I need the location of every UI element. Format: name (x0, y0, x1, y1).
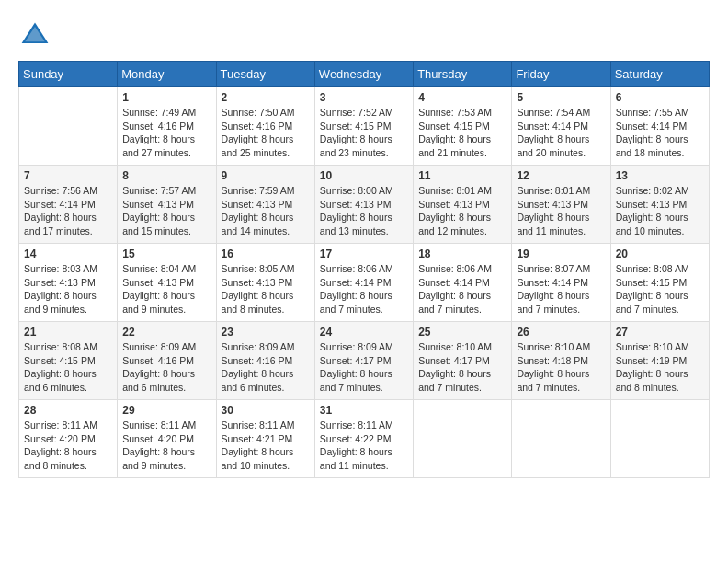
calendar-cell: 7Sunrise: 7:56 AMSunset: 4:14 PMDaylight… (19, 166, 118, 244)
day-info: Sunrise: 7:54 AMSunset: 4:14 PMDaylight:… (517, 106, 605, 160)
daylight-label: Daylight: 8 hours and 23 minutes. (320, 133, 392, 158)
day-info: Sunrise: 7:57 AMSunset: 4:13 PMDaylight:… (122, 184, 210, 238)
daylight-label: Daylight: 8 hours and 9 minutes. (122, 290, 195, 315)
sunrise-label: Sunrise: 8:06 AM (320, 263, 393, 274)
sunrise-label: Sunrise: 7:59 AM (222, 185, 295, 196)
day-number: 1 (122, 91, 210, 104)
day-number: 26 (517, 326, 605, 339)
sunset-label: Sunset: 4:13 PM (222, 277, 293, 288)
sunrise-label: Sunrise: 8:06 AM (418, 263, 492, 274)
day-info: Sunrise: 8:08 AMSunset: 4:15 PMDaylight:… (616, 262, 704, 316)
day-number: 30 (222, 404, 310, 417)
daylight-label: Daylight: 8 hours and 17 minutes. (24, 212, 97, 236)
sunset-label: Sunset: 4:22 PM (320, 433, 392, 444)
day-info: Sunrise: 8:09 AMSunset: 4:16 PMDaylight:… (122, 340, 210, 395)
calendar-week-row: 14Sunrise: 8:03 AMSunset: 4:13 PMDayligh… (19, 244, 710, 322)
day-number: 10 (320, 169, 408, 182)
day-number: 19 (517, 247, 605, 260)
day-number: 11 (418, 169, 506, 182)
sunset-label: Sunset: 4:15 PM (320, 121, 392, 132)
calendar-cell: 20Sunrise: 8:08 AMSunset: 4:15 PMDayligh… (610, 244, 709, 322)
day-info: Sunrise: 8:02 AMSunset: 4:13 PMDaylight:… (616, 184, 704, 238)
daylight-label: Daylight: 8 hours and 11 minutes. (517, 212, 589, 236)
sunrise-label: Sunrise: 8:11 AM (222, 419, 295, 431)
day-info: Sunrise: 8:10 AMSunset: 4:18 PMDaylight:… (517, 340, 605, 395)
sunset-label: Sunset: 4:13 PM (24, 277, 96, 288)
day-info: Sunrise: 7:53 AMSunset: 4:15 PMDaylight:… (418, 106, 506, 160)
sunset-label: Sunset: 4:16 PM (122, 355, 194, 366)
logo (18, 18, 55, 52)
day-info: Sunrise: 8:11 AMSunset: 4:21 PMDaylight:… (222, 419, 310, 473)
sunrise-label: Sunrise: 8:11 AM (320, 419, 393, 431)
sunrise-label: Sunrise: 8:10 AM (616, 341, 689, 352)
daylight-label: Daylight: 8 hours and 7 minutes. (418, 290, 491, 315)
daylight-label: Daylight: 8 hours and 7 minutes. (320, 368, 392, 393)
calendar-cell: 6Sunrise: 7:55 AMSunset: 4:14 PMDaylight… (610, 87, 709, 166)
sunrise-label: Sunrise: 8:09 AM (222, 341, 295, 352)
sunrise-label: Sunrise: 8:10 AM (418, 341, 492, 352)
sunset-label: Sunset: 4:16 PM (222, 355, 293, 366)
sunset-label: Sunset: 4:13 PM (122, 199, 194, 210)
sunrise-label: Sunrise: 8:09 AM (122, 341, 196, 352)
sunset-label: Sunset: 4:15 PM (24, 355, 96, 366)
calendar-cell: 30Sunrise: 8:11 AMSunset: 4:21 PMDayligh… (216, 400, 314, 478)
calendar-week-row: 21Sunrise: 8:08 AMSunset: 4:15 PMDayligh… (19, 322, 710, 400)
day-number: 17 (320, 247, 408, 260)
day-info: Sunrise: 7:56 AMSunset: 4:14 PMDaylight:… (24, 184, 112, 238)
daylight-label: Daylight: 8 hours and 20 minutes. (517, 133, 589, 158)
day-info: Sunrise: 8:10 AMSunset: 4:17 PMDaylight:… (418, 340, 506, 395)
calendar-cell: 27Sunrise: 8:10 AMSunset: 4:19 PMDayligh… (610, 322, 709, 400)
sunrise-label: Sunrise: 8:11 AM (122, 419, 196, 431)
calendar-cell: 12Sunrise: 8:01 AMSunset: 4:13 PMDayligh… (512, 166, 610, 244)
calendar-header-row: SundayMondayTuesdayWednesdayThursdayFrid… (19, 62, 710, 87)
sunset-label: Sunset: 4:13 PM (418, 199, 490, 210)
daylight-label: Daylight: 8 hours and 21 minutes. (418, 133, 491, 158)
sunrise-label: Sunrise: 7:49 AM (122, 107, 196, 118)
daylight-label: Daylight: 8 hours and 9 minutes. (24, 290, 97, 315)
daylight-label: Daylight: 8 hours and 6 minutes. (122, 368, 195, 393)
day-number: 27 (616, 326, 704, 339)
daylight-label: Daylight: 8 hours and 7 minutes. (320, 290, 392, 315)
calendar-cell: 31Sunrise: 8:11 AMSunset: 4:22 PMDayligh… (314, 400, 413, 478)
day-info: Sunrise: 8:09 AMSunset: 4:17 PMDaylight:… (320, 340, 408, 395)
daylight-label: Daylight: 8 hours and 9 minutes. (122, 446, 195, 471)
calendar-cell: 15Sunrise: 8:04 AMSunset: 4:13 PMDayligh… (118, 244, 216, 322)
sunrise-label: Sunrise: 8:11 AM (24, 419, 97, 431)
calendar-cell: 1Sunrise: 7:49 AMSunset: 4:16 PMDaylight… (118, 87, 216, 166)
calendar-cell: 4Sunrise: 7:53 AMSunset: 4:15 PMDaylight… (414, 87, 512, 166)
day-number: 12 (517, 169, 605, 182)
sunset-label: Sunset: 4:21 PM (222, 433, 293, 444)
calendar-cell: 22Sunrise: 8:09 AMSunset: 4:16 PMDayligh… (118, 322, 216, 400)
sunset-label: Sunset: 4:13 PM (517, 199, 588, 210)
calendar-cell: 3Sunrise: 7:52 AMSunset: 4:15 PMDaylight… (314, 87, 413, 166)
sunset-label: Sunset: 4:14 PM (418, 277, 490, 288)
day-info: Sunrise: 8:07 AMSunset: 4:14 PMDaylight:… (517, 262, 605, 316)
day-number: 18 (418, 247, 506, 260)
day-info: Sunrise: 8:11 AMSunset: 4:20 PMDaylight:… (122, 419, 210, 473)
sunrise-label: Sunrise: 8:09 AM (320, 341, 393, 352)
daylight-label: Daylight: 8 hours and 27 minutes. (122, 133, 195, 158)
daylight-label: Daylight: 8 hours and 7 minutes. (517, 290, 589, 315)
day-number: 20 (616, 247, 704, 260)
day-number: 15 (122, 247, 210, 260)
day-info: Sunrise: 8:06 AMSunset: 4:14 PMDaylight:… (320, 262, 408, 316)
day-info: Sunrise: 8:04 AMSunset: 4:13 PMDaylight:… (122, 262, 210, 316)
daylight-label: Daylight: 8 hours and 18 minutes. (616, 133, 688, 158)
day-number: 21 (24, 326, 112, 339)
calendar-cell: 17Sunrise: 8:06 AMSunset: 4:14 PMDayligh… (314, 244, 413, 322)
weekday-header-wednesday: Wednesday (314, 62, 413, 87)
calendar-week-row: 7Sunrise: 7:56 AMSunset: 4:14 PMDaylight… (19, 166, 710, 244)
calendar-cell (414, 400, 512, 478)
day-info: Sunrise: 8:00 AMSunset: 4:13 PMDaylight:… (320, 184, 408, 238)
sunrise-label: Sunrise: 8:02 AM (616, 185, 689, 196)
sunrise-label: Sunrise: 8:10 AM (517, 341, 590, 352)
day-number: 5 (517, 91, 605, 104)
day-info: Sunrise: 8:06 AMSunset: 4:14 PMDaylight:… (418, 262, 506, 316)
sunset-label: Sunset: 4:18 PM (517, 355, 588, 366)
weekday-header-friday: Friday (512, 62, 610, 87)
daylight-label: Daylight: 8 hours and 10 minutes. (222, 446, 294, 471)
day-info: Sunrise: 8:03 AMSunset: 4:13 PMDaylight:… (24, 262, 112, 316)
calendar-cell (610, 400, 709, 478)
calendar-cell: 13Sunrise: 8:02 AMSunset: 4:13 PMDayligh… (610, 166, 709, 244)
day-info: Sunrise: 8:10 AMSunset: 4:19 PMDaylight:… (616, 340, 704, 395)
